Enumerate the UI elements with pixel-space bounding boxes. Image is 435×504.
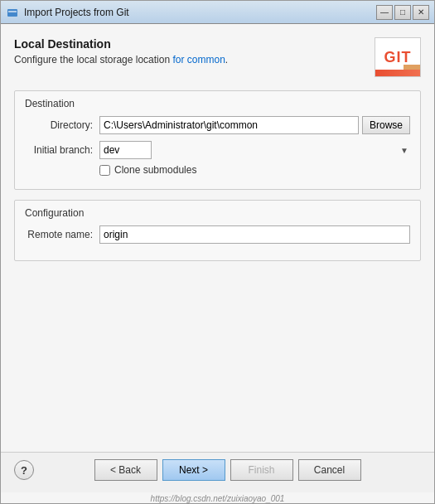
- configuration-group: Configuration Remote name:: [14, 200, 421, 261]
- remote-name-row: Remote name:: [25, 225, 410, 244]
- branch-select-wrapper: dev master main ▼: [99, 141, 410, 159]
- git-logo-connector: [404, 65, 420, 70]
- footer: ? < Back Next > Finish Cancel: [1, 452, 434, 492]
- window-icon: [6, 6, 19, 19]
- page-title: Local Destination: [14, 37, 366, 51]
- title-bar: Import Projects from Git — □ ✕: [1, 1, 434, 24]
- watermark: https://blog.csdn.net/zuixiaoyao_001: [1, 492, 434, 503]
- directory-row: Directory: Browse: [25, 116, 410, 134]
- svg-rect-0: [7, 9, 17, 17]
- next-button[interactable]: Next >: [162, 459, 225, 481]
- maximize-button[interactable]: □: [394, 5, 411, 20]
- window-controls: — □ ✕: [376, 5, 429, 20]
- svg-rect-1: [8, 11, 17, 12]
- clone-submodules-row: Clone submodules: [99, 164, 410, 176]
- clone-submodules-label[interactable]: Clone submodules: [114, 164, 196, 176]
- branch-select[interactable]: dev master main: [99, 141, 152, 159]
- branch-row: Initial branch: dev master main ▼: [25, 141, 410, 159]
- git-logo-text: GIT: [384, 49, 412, 66]
- content-area: Local Destination Configure the local st…: [1, 24, 434, 452]
- footer-buttons: < Back Next > Finish Cancel: [34, 459, 421, 481]
- window-title: Import Projects from Git: [24, 7, 376, 18]
- header-section: Local Destination Configure the local st…: [14, 37, 421, 77]
- branch-label: Initial branch:: [25, 144, 99, 156]
- remote-name-input[interactable]: [99, 225, 410, 244]
- help-button[interactable]: ?: [14, 460, 34, 480]
- page-description: Configure the local storage location for…: [14, 54, 366, 65]
- configuration-group-label: Configuration: [25, 207, 410, 219]
- close-button[interactable]: ✕: [413, 5, 429, 20]
- clone-submodules-checkbox[interactable]: [99, 165, 110, 176]
- finish-button[interactable]: Finish: [230, 459, 293, 481]
- git-logo: GIT: [375, 37, 421, 77]
- minimize-button[interactable]: —: [376, 5, 393, 20]
- git-logo-bar: [375, 70, 420, 76]
- header-text: Local Destination Configure the local st…: [14, 37, 366, 65]
- cancel-button[interactable]: Cancel: [298, 459, 361, 481]
- select-arrow-icon: ▼: [400, 146, 408, 155]
- destination-group-label: Destination: [25, 98, 410, 109]
- back-button[interactable]: < Back: [94, 459, 157, 481]
- desc-link: for common: [172, 54, 225, 65]
- main-window: Import Projects from Git — □ ✕ Local Des…: [0, 0, 435, 504]
- browse-button[interactable]: Browse: [362, 116, 410, 134]
- remote-name-label: Remote name:: [25, 229, 99, 240]
- directory-input[interactable]: [99, 116, 359, 134]
- desc-suffix: .: [225, 54, 228, 65]
- directory-label: Directory:: [25, 119, 99, 131]
- spacer: [14, 271, 421, 439]
- destination-group: Destination Directory: Browse Initial br…: [14, 90, 421, 190]
- desc-prefix: Configure the local storage location: [14, 54, 172, 65]
